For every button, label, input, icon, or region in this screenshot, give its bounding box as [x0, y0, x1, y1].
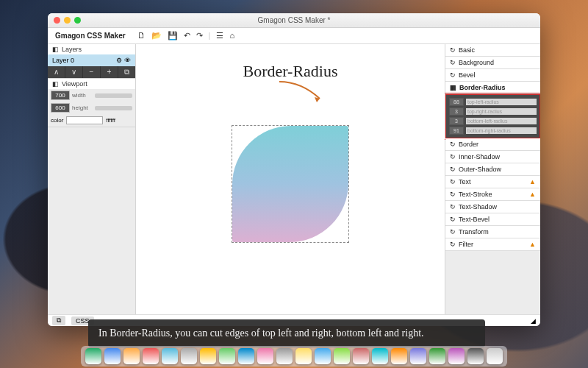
- top-left-radius-input[interactable]: [449, 98, 464, 106]
- open-file-icon[interactable]: 📂: [151, 31, 162, 40]
- accordion-text[interactable]: ↻Text▲: [445, 176, 540, 188]
- app-window: Gmagon CSS Maker * Gmagon CSS Maker 🗋 📂 …: [48, 13, 540, 326]
- resize-grip-icon[interactable]: ◢: [531, 317, 536, 325]
- viewport-label: Viewport: [62, 80, 87, 88]
- accordion-outer-shadow[interactable]: ↻Outer-Shadow: [445, 163, 540, 176]
- accordion-label: Text-Stroke: [459, 191, 492, 198]
- accordion-border-radius[interactable]: ▦ Border-Radius: [445, 82, 540, 94]
- dock-app-3[interactable]: [143, 348, 159, 364]
- minimize-icon[interactable]: [64, 17, 71, 24]
- close-icon[interactable]: [54, 17, 60, 24]
- accordion-label: Text-Shadow: [459, 203, 497, 210]
- layers-panel-header[interactable]: ◧ Layers: [48, 44, 135, 54]
- layer-add-button[interactable]: +: [101, 66, 118, 78]
- warning-icon: ▲: [529, 191, 536, 198]
- accordion-basic[interactable]: ↻Basic: [445, 44, 540, 57]
- height-label: height: [72, 105, 93, 111]
- warning-icon: ▲: [529, 178, 536, 185]
- dock-app-13[interactable]: [334, 348, 350, 364]
- accordion-text-bevel[interactable]: ↻Text-Bevel: [445, 213, 540, 226]
- height-slider[interactable]: [95, 106, 132, 110]
- dock-app-9[interactable]: [257, 348, 273, 364]
- app-name: Gmagon CSS Maker: [48, 32, 133, 40]
- width-slider[interactable]: [95, 93, 132, 98]
- refresh-icon: ↻: [450, 216, 456, 223]
- gear-icon[interactable]: ⚙: [116, 57, 122, 64]
- arrow-down-icon: ◧: [52, 46, 59, 53]
- refresh-icon: ↻: [450, 166, 456, 173]
- redo-icon[interactable]: ↷: [196, 31, 203, 40]
- new-file-icon[interactable]: 🗋: [137, 31, 146, 40]
- accordion-label: Inner-Shadow: [459, 153, 500, 160]
- dock-app-4[interactable]: [162, 348, 178, 364]
- dock-app-21[interactable]: [487, 348, 503, 364]
- tab-canvas[interactable]: ⧉: [52, 316, 65, 325]
- color-swatch[interactable]: [66, 116, 103, 124]
- dock-app-14[interactable]: [353, 348, 369, 364]
- border-radius-label: Border-Radius: [459, 84, 506, 91]
- refresh-icon: ↻: [450, 241, 456, 248]
- dock-app-0[interactable]: [85, 348, 101, 364]
- accordion-bevel[interactable]: ↻Bevel: [445, 69, 540, 82]
- refresh-icon: ↻: [450, 191, 456, 198]
- dock-app-7[interactable]: [219, 348, 235, 364]
- top-right-radius-input[interactable]: [449, 107, 464, 116]
- accordion-label: Border: [459, 141, 478, 148]
- layer-up-button[interactable]: ∧: [48, 66, 65, 78]
- dock-app-20[interactable]: [467, 348, 484, 364]
- window-title: Gmagon CSS Maker *: [48, 16, 540, 24]
- layer-name: Layer 0: [52, 57, 74, 64]
- selection-bounds[interactable]: [232, 125, 349, 243]
- accordion-inner-shadow[interactable]: ↻Inner-Shadow: [445, 151, 540, 163]
- refresh-icon: ↻: [450, 46, 456, 54]
- dock-app-19[interactable]: [448, 348, 465, 364]
- dock-app-16[interactable]: [391, 348, 407, 364]
- accordion-filter[interactable]: ↻Filter▲: [445, 238, 540, 251]
- dock-app-12[interactable]: [315, 348, 331, 364]
- zoom-icon[interactable]: [74, 17, 81, 24]
- dock-app-17[interactable]: [410, 348, 426, 364]
- refresh-icon: ↻: [450, 228, 456, 236]
- dock-app-8[interactable]: [238, 348, 254, 364]
- accordion-background[interactable]: ↻Background: [445, 57, 540, 69]
- accordion-text-shadow[interactable]: ↻Text-Shadow: [445, 201, 540, 213]
- titlebar[interactable]: Gmagon CSS Maker *: [48, 13, 540, 28]
- dock-app-10[interactable]: [276, 348, 293, 364]
- layer-remove-button[interactable]: −: [83, 66, 101, 78]
- dock-app-1[interactable]: [104, 348, 121, 364]
- rss-icon[interactable]: ☰: [216, 31, 223, 40]
- layer-duplicate-button[interactable]: ⧉: [118, 66, 135, 78]
- accordion-label: Transform: [459, 228, 489, 236]
- dock-app-18[interactable]: [429, 348, 445, 364]
- color-label: color: [51, 117, 63, 124]
- save-icon[interactable]: 💾: [168, 31, 178, 40]
- bottom-right-radius-input[interactable]: [449, 127, 464, 135]
- dock-app-2[interactable]: [123, 348, 140, 364]
- viewport-width-input[interactable]: [51, 91, 70, 100]
- undo-icon[interactable]: ↶: [184, 31, 190, 40]
- bottom-right-radius-label: bottom-right-radius: [466, 127, 537, 134]
- layers-label: Layers: [62, 46, 82, 53]
- home-icon[interactable]: ⌂: [229, 31, 234, 40]
- bottom-left-radius-input[interactable]: [449, 117, 464, 125]
- dock-app-6[interactable]: [200, 348, 216, 364]
- dock-app-5[interactable]: [181, 348, 197, 364]
- viewport-height-input[interactable]: [51, 103, 70, 113]
- accordion-label: Filter: [459, 241, 473, 248]
- refresh-icon: ↻: [450, 141, 456, 148]
- eye-icon[interactable]: 👁: [124, 57, 131, 64]
- layer-down-button[interactable]: ∨: [65, 66, 83, 78]
- layer-item[interactable]: Layer 0 ⚙ 👁: [48, 54, 135, 66]
- dock-app-15[interactable]: [372, 348, 388, 364]
- canvas[interactable]: Border-Radius: [136, 44, 445, 314]
- toolbar: Gmagon CSS Maker 🗋 📂 💾 ↶ ↷ | ☰ ⌂: [48, 28, 540, 44]
- accordion-label: Background: [459, 59, 494, 66]
- dock-app-11[interactable]: [295, 348, 312, 364]
- accordion-text-stroke[interactable]: ↻Text-Stroke▲: [445, 188, 540, 201]
- accordion-border[interactable]: ↻Border: [445, 138, 540, 151]
- accordion-label: Basic: [459, 46, 475, 54]
- accordion-transform[interactable]: ↻Transform: [445, 226, 540, 238]
- tutorial-caption: In Border-Radius, you can cut edges of t…: [88, 319, 485, 347]
- viewport-panel-header[interactable]: ◧ Viewport: [48, 79, 135, 89]
- bottom-left-radius-label: bottom-left-radius: [466, 118, 537, 124]
